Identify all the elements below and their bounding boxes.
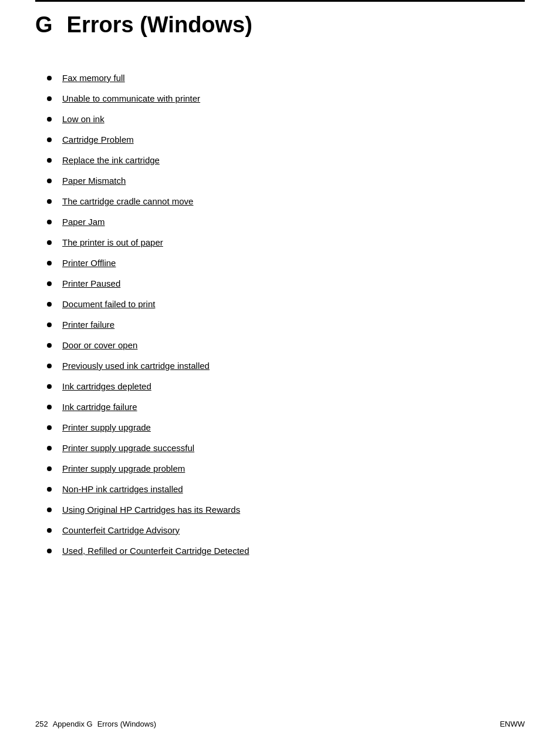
toc-link-replace-ink-cartridge[interactable]: Replace the ink cartridge <box>62 155 160 165</box>
list-item: Unable to communicate with printer <box>35 93 525 103</box>
bullet-icon <box>47 96 52 101</box>
toc-link-paper-jam[interactable]: Paper Jam <box>62 217 105 227</box>
toc-link-previously-used-cartridge[interactable]: Previously used ink cartridge installed <box>62 361 210 371</box>
footer-left: 252 Appendix G Errors (Windows) <box>35 720 156 728</box>
bullet-icon <box>47 199 52 204</box>
list-item: Replace the ink cartridge <box>35 155 525 165</box>
list-item: Door or cover open <box>35 340 525 350</box>
content-section: Fax memory fullUnable to communicate wit… <box>35 73 525 556</box>
toc-link-using-original-hp[interactable]: Using Original HP Cartridges has its Rew… <box>62 505 240 515</box>
bullet-icon <box>47 446 52 451</box>
footer: 252 Appendix G Errors (Windows) ENWW <box>35 720 525 728</box>
toc-link-non-hp-cartridges[interactable]: Non-HP ink cartridges installed <box>62 484 183 494</box>
list-item: Using Original HP Cartridges has its Rew… <box>35 505 525 515</box>
bullet-icon <box>47 487 52 492</box>
footer-appendix-label: Appendix G <box>53 720 93 728</box>
bullet-icon <box>47 281 52 286</box>
footer-right: ENWW <box>500 720 525 728</box>
bullet-icon <box>47 343 52 348</box>
bullet-icon <box>47 528 52 533</box>
bullet-icon <box>47 220 52 224</box>
bullet-icon <box>47 508 52 512</box>
page-container: G Errors (Windows) Fax memory fullUnable… <box>0 0 560 601</box>
toc-link-unable-to-communicate[interactable]: Unable to communicate with printer <box>62 93 200 103</box>
list-item: Paper Mismatch <box>35 176 525 186</box>
list-item: The printer is out of paper <box>35 237 525 247</box>
toc-link-fax-memory-full[interactable]: Fax memory full <box>62 73 125 83</box>
toc-link-counterfeit-cartridge-advisory[interactable]: Counterfeit Cartridge Advisory <box>62 525 180 535</box>
bullet-icon <box>47 425 52 430</box>
list-item: The cartridge cradle cannot move <box>35 196 525 206</box>
bullet-icon <box>47 261 52 266</box>
toc-link-low-on-ink[interactable]: Low on ink <box>62 114 104 124</box>
list-item: Printer supply upgrade problem <box>35 463 525 473</box>
list-item: Fax memory full <box>35 73 525 83</box>
list-item: Printer failure <box>35 320 525 330</box>
toc-link-printer-supply-upgrade-problem[interactable]: Printer supply upgrade problem <box>62 463 185 473</box>
footer-section-title: Errors (Windows) <box>97 720 156 728</box>
toc-link-door-cover-open[interactable]: Door or cover open <box>62 340 137 350</box>
appendix-letter: G <box>35 12 53 38</box>
bullet-icon <box>47 466 52 471</box>
bullet-icon <box>47 240 52 245</box>
list-item: Previously used ink cartridge installed <box>35 361 525 371</box>
toc-link-ink-cartridges-depleted[interactable]: Ink cartridges depleted <box>62 381 151 391</box>
bullet-icon <box>47 76 52 80</box>
list-item: Low on ink <box>35 114 525 124</box>
toc-link-cartridge-problem[interactable]: Cartridge Problem <box>62 135 134 145</box>
bullet-icon <box>47 384 52 389</box>
bullet-icon <box>47 179 52 183</box>
list-item: Counterfeit Cartridge Advisory <box>35 525 525 535</box>
toc-link-cartridge-cradle[interactable]: The cartridge cradle cannot move <box>62 196 193 206</box>
bullet-icon <box>47 302 52 307</box>
bullet-icon <box>47 117 52 122</box>
list-item: Ink cartridge failure <box>35 402 525 412</box>
list-item: Printer Paused <box>35 278 525 288</box>
list-item: Ink cartridges depleted <box>35 381 525 391</box>
list-item: Printer supply upgrade successful <box>35 443 525 453</box>
list-item: Cartridge Problem <box>35 135 525 145</box>
header-section: G Errors (Windows) <box>35 2 525 38</box>
list-item: Non-HP ink cartridges installed <box>35 484 525 494</box>
bullet-icon <box>47 322 52 327</box>
toc-link-printer-supply-upgrade-successful[interactable]: Printer supply upgrade successful <box>62 443 194 453</box>
toc-link-used-refilled-counterfeit[interactable]: Used, Refilled or Counterfeit Cartridge … <box>62 546 249 556</box>
toc-link-ink-cartridge-failure[interactable]: Ink cartridge failure <box>62 402 137 412</box>
list-item: Printer supply upgrade <box>35 422 525 432</box>
footer-page-number: 252 <box>35 720 48 728</box>
bullet-icon <box>47 405 52 409</box>
page-title: G Errors (Windows) <box>35 12 525 38</box>
toc-link-printer-paused[interactable]: Printer Paused <box>62 278 120 288</box>
list-item: Used, Refilled or Counterfeit Cartridge … <box>35 546 525 556</box>
bullet-icon <box>47 137 52 142</box>
toc-link-printer-failure[interactable]: Printer failure <box>62 320 114 330</box>
bullet-icon <box>47 549 52 553</box>
bullet-icon <box>47 364 52 368</box>
list-item: Printer Offline <box>35 258 525 268</box>
bullet-icon <box>47 158 52 163</box>
toc-list: Fax memory fullUnable to communicate wit… <box>35 73 525 556</box>
toc-link-document-failed[interactable]: Document failed to print <box>62 299 155 309</box>
toc-link-out-of-paper[interactable]: The printer is out of paper <box>62 237 163 247</box>
toc-link-printer-offline[interactable]: Printer Offline <box>62 258 116 268</box>
toc-link-printer-supply-upgrade[interactable]: Printer supply upgrade <box>62 422 151 432</box>
list-item: Paper Jam <box>35 217 525 227</box>
toc-link-paper-mismatch[interactable]: Paper Mismatch <box>62 176 126 186</box>
title-text: Errors (Windows) <box>67 12 252 38</box>
list-item: Document failed to print <box>35 299 525 309</box>
